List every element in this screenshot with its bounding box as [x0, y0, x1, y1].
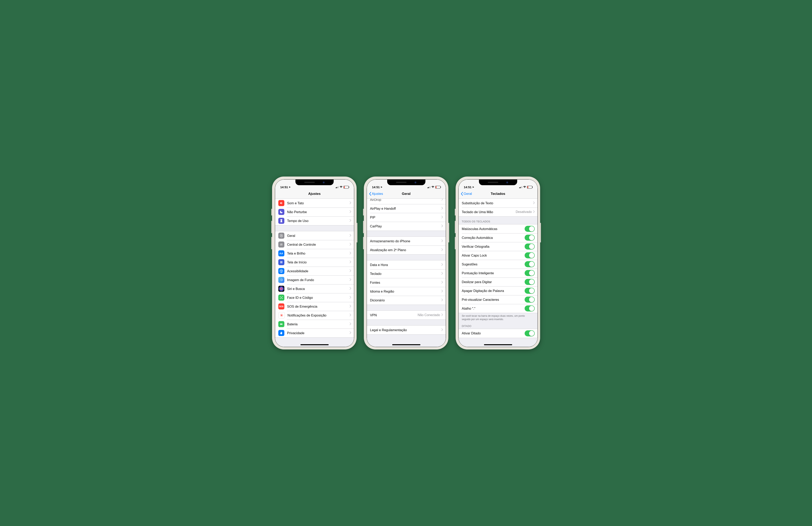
chevron-right-icon	[441, 199, 443, 201]
toggle-switch[interactable]	[525, 305, 535, 312]
list-row[interactable]: Ativar Ditado	[459, 329, 537, 338]
wifi-icon	[339, 185, 343, 189]
chevron-right-icon	[350, 305, 351, 308]
row-label: Central de Controle	[287, 243, 350, 246]
chevron-right-icon	[441, 239, 443, 243]
chevron-right-icon	[350, 201, 351, 205]
settings-list[interactable]: Som e Tato Não Perturbe Tempo de Uso Ger…	[275, 199, 354, 347]
settings-row-general[interactable]: Geral	[275, 231, 354, 240]
svg-point-3	[280, 244, 281, 244]
row-label: Atalho "."	[462, 306, 525, 311]
status-time: 14:51	[464, 185, 472, 189]
list-row[interactable]: PIP	[367, 213, 446, 222]
location-icon: ➤	[380, 186, 382, 189]
toggle-switch[interactable]	[525, 288, 535, 294]
list-row[interactable]: Deslizar para Digitar	[459, 277, 537, 286]
settings-row-control[interactable]: Central de Controle	[275, 240, 354, 249]
list-row[interactable]: Substituição de Texto	[459, 199, 537, 208]
svg-point-4	[281, 245, 282, 245]
chevron-right-icon	[350, 314, 351, 317]
list-row[interactable]: Teclado de Uma Mão Desativado	[459, 208, 537, 216]
toggle-switch[interactable]	[525, 252, 535, 258]
toggle-switch[interactable]	[525, 226, 535, 232]
list-row[interactable]: VPN Não Conectado	[367, 311, 446, 319]
list-row[interactable]: Idioma e Região	[367, 287, 446, 296]
settings-row-sos[interactable]: SOS SOS de Emergência	[275, 302, 354, 311]
list-row[interactable]: Dicionário	[367, 296, 446, 305]
toggle-switch[interactable]	[525, 261, 535, 267]
back-label: Geral	[464, 192, 472, 196]
home-indicator[interactable]	[484, 344, 512, 345]
settings-row-accessibility[interactable]: Acessibilidade	[275, 267, 354, 275]
settings-row-wallpaper[interactable]: Imagem de Fundo	[275, 275, 354, 284]
notch	[387, 180, 425, 185]
list-row[interactable]: Sugestões	[459, 260, 537, 269]
notch	[295, 180, 334, 185]
keyboards-list[interactable]: Substituição de Texto Teclado de Uma Mão…	[459, 199, 537, 347]
list-row[interactable]: Atalho "."	[459, 304, 537, 313]
back-button[interactable]: Ajustes	[369, 192, 383, 196]
toggle-switch[interactable]	[525, 235, 535, 241]
chevron-right-icon	[441, 272, 443, 275]
home-indicator[interactable]	[392, 344, 420, 345]
row-label: Som e Tato	[287, 201, 350, 205]
row-label: Sugestões	[462, 262, 525, 266]
settings-row-home[interactable]: Tela de Início	[275, 258, 354, 267]
notch	[479, 180, 517, 185]
list-row[interactable]: Apagar Digitação de Palavra	[459, 286, 537, 295]
svg-rect-25	[282, 324, 283, 325]
exposure-icon	[278, 312, 285, 318]
list-row[interactable]: AirPlay e Handoff	[367, 204, 446, 213]
list-row[interactable]: Maiúsculas Automáticas	[459, 224, 537, 233]
settings-row-dnd[interactable]: Não Perturbe	[275, 208, 354, 216]
svg-rect-6	[281, 261, 281, 262]
chevron-left-icon	[369, 192, 371, 196]
toggle-switch[interactable]	[525, 279, 535, 285]
chevron-right-icon	[350, 331, 351, 335]
settings-row-sounds[interactable]: Som e Tato	[275, 199, 354, 208]
list-row[interactable]: Ativar Caps Lock	[459, 251, 537, 260]
row-label: Siri e Busca	[287, 287, 350, 291]
settings-row-screentime[interactable]: Tempo de Uso	[275, 216, 354, 225]
general-list[interactable]: AirDrop AirPlay e Handoff PIP CarPlay Ar…	[367, 199, 446, 347]
row-detail: Não Conectado	[418, 313, 440, 317]
list-row[interactable]: Teclado	[367, 269, 446, 278]
list-row[interactable]: Fontes	[367, 278, 446, 287]
list-row[interactable]: Pré-visualizar Caracteres	[459, 295, 537, 304]
row-label: Idioma e Região	[370, 289, 441, 294]
toggle-switch[interactable]	[525, 270, 535, 276]
toggle-switch[interactable]	[525, 243, 535, 250]
accessibility-icon	[278, 268, 284, 274]
settings-row-display[interactable]: AA Tela e Brilho	[275, 249, 354, 258]
settings-row-battery[interactable]: Bateria	[275, 320, 354, 329]
list-row[interactable]: CarPlay	[367, 222, 446, 231]
toggle-switch[interactable]	[525, 297, 535, 303]
settings-row-siri[interactable]: Siri e Busca	[275, 284, 354, 293]
home-indicator[interactable]	[301, 344, 329, 345]
settings-row-faceid[interactable]: Face ID e Código	[275, 293, 354, 302]
settings-row-exposure[interactable]: Notificações de Exposição	[275, 311, 354, 320]
list-row[interactable]: Verificar Ortografia	[459, 242, 537, 251]
battery-icon	[278, 321, 284, 327]
row-label: Geral	[287, 234, 350, 238]
chevron-right-icon	[350, 269, 351, 273]
svg-rect-9	[281, 262, 281, 262]
back-button[interactable]: Geral	[461, 192, 472, 196]
chevron-right-icon	[350, 234, 351, 238]
row-label: Não Perturbe	[287, 210, 350, 214]
settings-row-privacy[interactable]: Privacidade	[275, 329, 354, 337]
svg-rect-5	[280, 261, 281, 262]
list-row[interactable]: Armazenamento do iPhone	[367, 237, 446, 245]
list-row[interactable]: Data e Hora	[367, 260, 446, 269]
sounds-icon	[278, 200, 284, 206]
list-row[interactable]: Atualização em 2º Plano	[367, 245, 446, 254]
nav-bar: Geral Teclados	[459, 189, 537, 199]
toggle-switch[interactable]	[525, 330, 535, 336]
list-row[interactable]: AirDrop	[367, 199, 446, 204]
list-row[interactable]: Correção Automática	[459, 233, 537, 242]
row-label: Pré-visualizar Caracteres	[462, 298, 525, 302]
svg-point-15	[281, 270, 281, 271]
list-row[interactable]: Pontuação Inteligente	[459, 269, 537, 277]
chevron-right-icon	[350, 260, 351, 264]
list-row[interactable]: Legal e Regulamentação	[367, 326, 446, 334]
